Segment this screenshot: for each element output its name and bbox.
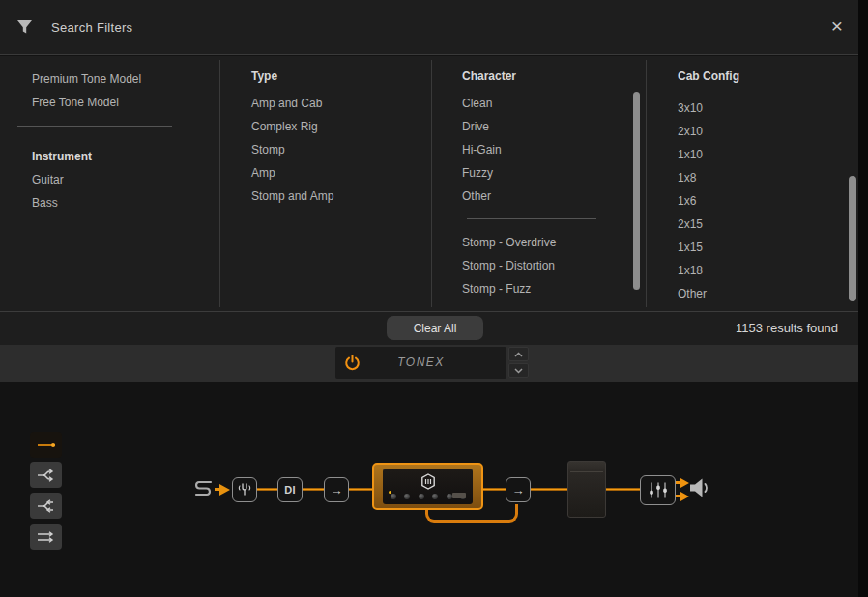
vertical-faders-icon — [647, 481, 670, 499]
filter-option-drive[interactable]: Drive — [462, 115, 631, 138]
results-bar: Clear All 1153 results found — [0, 311, 858, 345]
empty-slot-arrow-icon: → — [512, 484, 525, 497]
filter-option-stomp-and-amp[interactable]: Stomp and Amp — [251, 185, 425, 208]
mono-path-icon — [38, 444, 55, 446]
cab-block[interactable] — [567, 461, 606, 518]
chevron-down-icon[interactable] — [508, 363, 529, 378]
filter-funnel-icon — [16, 19, 33, 35]
eq-slot[interactable] — [640, 475, 676, 505]
filter-option-stomp[interactable]: Stomp — [251, 138, 425, 161]
type-column: Type Amp and Cab Complex Rig Stomp Amp S… — [251, 65, 425, 208]
filter-option-guitar[interactable]: Guitar — [32, 168, 211, 191]
filter-option-2x15[interactable]: 2x15 — [678, 213, 842, 236]
filter-option-other-cab[interactable]: Other — [678, 282, 842, 305]
cab-config-scrollbar[interactable] — [849, 176, 856, 301]
tuning-fork-icon — [238, 483, 251, 498]
type-header: Type — [251, 65, 425, 88]
column-divider — [646, 60, 647, 307]
preset-name: TONEX — [335, 347, 506, 379]
character-scrollbar[interactable] — [633, 92, 640, 290]
tuner-slot[interactable] — [232, 477, 257, 502]
column-divider — [219, 60, 220, 307]
column-divider — [431, 60, 432, 307]
post-fx-slot[interactable]: → — [506, 477, 531, 502]
amp-badge — [452, 493, 466, 498]
preset-bar: TONEX — [0, 345, 868, 382]
routing-parallel-button[interactable] — [30, 524, 62, 550]
pre-fx-slot[interactable]: → — [324, 477, 349, 502]
filter-option-3x10[interactable]: 3x10 — [678, 97, 842, 120]
page-title: Search Filters — [51, 20, 132, 35]
speaker-icon — [689, 477, 710, 498]
close-icon[interactable]: × — [824, 13, 851, 40]
routing-split-button[interactable] — [30, 462, 62, 488]
di-slot[interactable]: DI — [277, 477, 303, 502]
input-arrow-icon — [219, 484, 230, 496]
di-label: DI — [284, 484, 296, 496]
filter-option-bass[interactable]: Bass — [32, 191, 211, 214]
filter-option-1x18[interactable]: 1x18 — [678, 259, 842, 282]
chevron-up-icon[interactable] — [508, 347, 529, 361]
filter-option-complex-rig[interactable]: Complex Rig — [251, 115, 425, 138]
cab-config-header: Cab Config — [678, 65, 842, 88]
filter-option-other-character[interactable]: Other — [462, 185, 631, 208]
model-column: Premium Tone Model Free Tone Model Instr… — [32, 68, 211, 214]
filter-option-2x10[interactable]: 2x10 — [678, 120, 842, 143]
preset-stepper — [508, 347, 529, 378]
filter-option-1x6[interactable]: 1x6 — [678, 189, 842, 213]
filter-option-1x8[interactable]: 1x8 — [678, 166, 842, 189]
preset-display[interactable]: TONEX — [335, 347, 506, 379]
results-count: 1153 results found — [736, 321, 838, 335]
filter-option-hi-gain[interactable]: Hi-Gain — [462, 138, 631, 161]
ik-hexagon-logo-icon — [420, 473, 436, 490]
filter-panel: Premium Tone Model Free Tone Model Instr… — [0, 56, 858, 311]
tone-model-block[interactable] — [372, 463, 483, 510]
filter-option-premium-tone-model[interactable]: Premium Tone Model — [32, 68, 211, 91]
character-column: Character Clean Drive Hi-Gain Fuzzy Othe… — [462, 65, 631, 300]
merge-path-icon — [37, 499, 56, 513]
instrument-cable-icon — [192, 478, 215, 499]
routing-mono-button[interactable] — [30, 432, 62, 458]
filter-option-1x10[interactable]: 1x10 — [678, 143, 842, 166]
tonex-search-filters-window: Search Filters × Premium Tone Model Free… — [0, 0, 868, 597]
wire-segment — [527, 488, 571, 491]
window-edge — [858, 0, 868, 597]
output-arrow-icon — [680, 492, 689, 501]
wire-segment — [602, 488, 644, 491]
split-path-icon — [37, 469, 56, 482]
filter-option-fuzzy[interactable]: Fuzzy — [462, 161, 631, 185]
instrument-header: Instrument — [32, 145, 211, 168]
character-header: Character — [462, 65, 631, 88]
routing-merge-button[interactable] — [30, 493, 62, 519]
output-arrow-icon — [680, 478, 689, 488]
amp-head-image — [383, 469, 473, 504]
filter-option-amp-and-cab[interactable]: Amp and Cab — [251, 92, 425, 115]
filter-option-stomp-overdrive[interactable]: Stomp - Overdrive — [462, 231, 631, 254]
signal-chain-area: DI → → — [0, 382, 858, 597]
filter-option-stomp-fuzz[interactable]: Stomp - Fuzz — [462, 277, 631, 300]
cab-config-column: Cab Config 3x10 2x10 1x10 1x8 1x6 2x15 1… — [678, 65, 842, 305]
header-bar: Search Filters × — [0, 0, 858, 55]
empty-slot-arrow-icon: → — [331, 484, 343, 497]
filter-option-amp[interactable]: Amp — [251, 161, 425, 185]
filter-option-free-tone-model[interactable]: Free Tone Model — [32, 91, 211, 114]
clear-all-button[interactable]: Clear All — [387, 316, 483, 340]
filter-option-stomp-distortion[interactable]: Stomp - Distortion — [462, 254, 631, 277]
filter-option-1x15[interactable]: 1x15 — [678, 236, 842, 259]
parallel-path-icon — [37, 530, 56, 544]
filter-option-clean[interactable]: Clean — [462, 92, 631, 115]
